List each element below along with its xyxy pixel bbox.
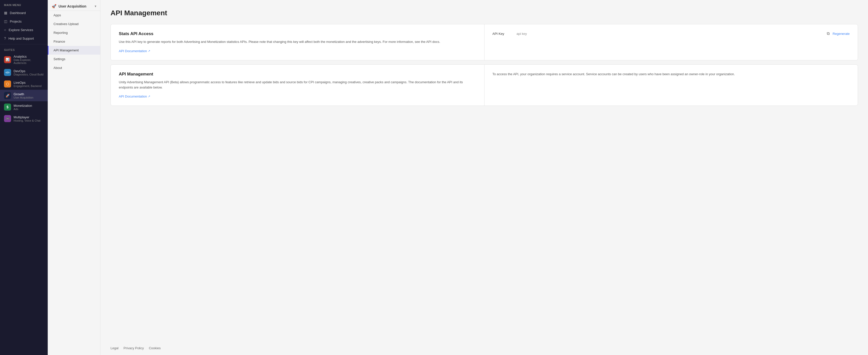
liveops-icon: ⬡ [4, 80, 11, 87]
api-management-description: Unity Advertising Management API (Beta) … [119, 80, 476, 90]
external-link-icon-2: ↗ [148, 95, 150, 98]
footer: Legal Privacy Policy Cookies [100, 341, 868, 355]
footer-legal-link[interactable]: Legal [111, 346, 119, 350]
growth-sub: User Acquisition [13, 96, 33, 99]
sidebar-main-menu-label: Main Menu [0, 0, 48, 8]
api-management-doc-link[interactable]: API Documentation ↗ [119, 95, 150, 98]
suite-item-monetization[interactable]: $ Monetization Ads [0, 101, 48, 113]
devops-icon: </> [4, 69, 11, 76]
subnav-item-about[interactable]: About [48, 63, 100, 72]
suite-item-analytics[interactable]: 📊 Analytics Data Explorer, Audiences [0, 52, 48, 67]
api-key-row: API Key api key ⧉ Regenerate [493, 31, 850, 36]
subnav-item-creatives[interactable]: Creatives Upload [48, 20, 100, 28]
dashboard-icon: ▦ [4, 11, 7, 15]
growth-icon: 🚀 [4, 92, 11, 99]
analytics-icon: 📊 [4, 56, 11, 63]
sidebar-item-projects[interactable]: ◫ Projects [0, 17, 48, 26]
projects-icon: ◫ [4, 19, 7, 23]
sidebar-item-dashboard-label: Dashboard [10, 11, 26, 15]
external-link-icon: ↗ [148, 49, 150, 52]
subnav-item-finance[interactable]: Finance [48, 37, 100, 46]
api-management-right: To access the API, your organization req… [485, 65, 858, 106]
stats-api-right: API Key api key ⧉ Regenerate [485, 24, 858, 60]
subnav-chevron-icon: ▾ [95, 4, 96, 8]
sidebar-item-explore[interactable]: ○ Explore Services [0, 26, 48, 34]
api-management-right-text: To access the API, your organization req… [493, 72, 850, 77]
subnav-item-api[interactable]: API Management [48, 46, 100, 55]
sidebar-item-explore-label: Explore Services [8, 28, 33, 32]
devops-name: DevOps [13, 69, 43, 73]
liveops-sub: Engagement, Backend [13, 84, 41, 87]
multiplayer-sub: Hosting, Voice & Chat [13, 119, 40, 122]
sidebar: Main Menu ▦ Dashboard ◫ Projects ○ Explo… [0, 0, 48, 355]
multiplayer-icon: 🎮 [4, 115, 11, 122]
stats-api-card: Stats API Access Use this API key to gen… [111, 24, 858, 61]
footer-cookies-link[interactable]: Cookies [149, 346, 161, 350]
sidebar-item-dashboard[interactable]: ▦ Dashboard [0, 8, 48, 17]
analytics-sub: Data Explorer, Audiences [13, 59, 44, 64]
sidebar-item-projects-label: Projects [10, 20, 22, 23]
user-acquisition-icon: 🚀 [52, 4, 57, 8]
suites-label: Suites [0, 46, 48, 52]
api-management-card: API Management Unity Advertising Managem… [111, 64, 858, 106]
main-content: API Management Stats API Access Use this… [100, 0, 868, 341]
stats-api-left: Stats API Access Use this API key to gen… [111, 24, 485, 60]
stats-api-doc-link[interactable]: API Documentation ↗ [119, 49, 150, 53]
monetization-icon: $ [4, 104, 11, 111]
copy-icon[interactable]: ⧉ [827, 31, 830, 36]
subnav-item-reporting[interactable]: Reporting [48, 28, 100, 37]
page-title: API Management [111, 9, 858, 17]
api-management-title: API Management [119, 72, 476, 77]
liveops-name: LiveOps [13, 81, 41, 84]
regenerate-button[interactable]: Regenerate [833, 32, 850, 36]
api-management-left: API Management Unity Advertising Managem… [111, 65, 485, 106]
explore-icon: ○ [4, 28, 6, 32]
monetization-sub: Ads [13, 108, 32, 111]
subnav-item-settings[interactable]: Settings [48, 55, 100, 63]
analytics-name: Analytics [13, 55, 44, 59]
api-key-value: api key [517, 32, 823, 36]
api-key-label: API Key [493, 32, 513, 36]
suite-item-liveops[interactable]: ⬡ LiveOps Engagement, Backend [0, 78, 48, 90]
suite-item-growth[interactable]: 🚀 Growth User Acquisition [0, 90, 48, 101]
stats-api-description: Use this API key to generate reports for… [119, 39, 476, 45]
stats-api-title: Stats API Access [119, 31, 476, 36]
sidebar-item-help-label: Help and Support [8, 37, 34, 40]
suite-item-multiplayer[interactable]: 🎮 Multiplayer Hosting, Voice & Chat [0, 113, 48, 125]
subnav-header-label: User Acquisition [59, 4, 86, 8]
help-icon: ? [4, 36, 6, 40]
growth-name: Growth [13, 92, 33, 96]
monetization-name: Monetization [13, 104, 32, 108]
subnav-header: 🚀 User Acquisition ▾ [48, 0, 100, 11]
footer-privacy-link[interactable]: Privacy Policy [124, 346, 144, 350]
subnav: 🚀 User Acquisition ▾ Apps Creatives Uplo… [48, 0, 100, 355]
subnav-item-apps[interactable]: Apps [48, 11, 100, 20]
suite-item-devops[interactable]: </> DevOps Diagnostics, Cloud Build [0, 67, 48, 78]
sidebar-item-help[interactable]: ? Help and Support [0, 34, 48, 43]
multiplayer-name: Multiplayer [13, 115, 40, 119]
devops-sub: Diagnostics, Cloud Build [13, 73, 43, 76]
